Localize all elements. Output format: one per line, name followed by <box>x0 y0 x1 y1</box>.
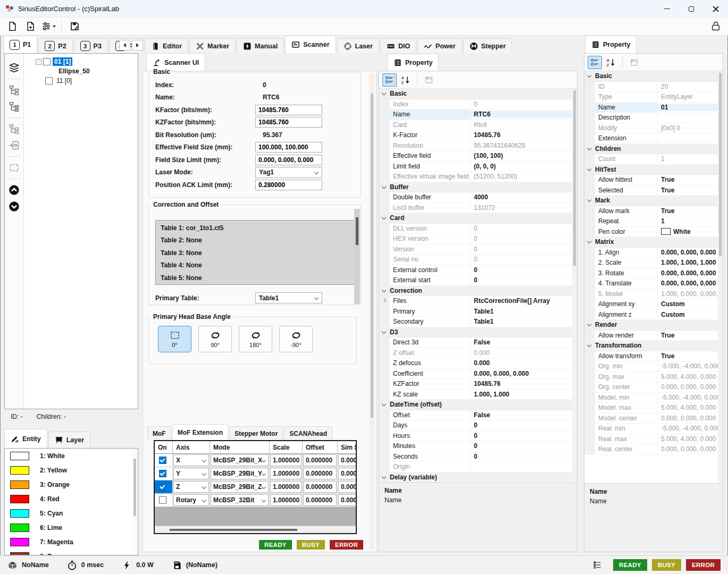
property-row[interactable]: Allow markTrue <box>584 206 723 217</box>
page-tab-p3[interactable]: 3P3 <box>74 38 108 53</box>
property-row[interactable]: Allow hittestTrue <box>584 175 723 185</box>
scrollbar-thumb[interactable] <box>719 73 722 256</box>
property-category[interactable]: Children <box>584 144 723 155</box>
scrollbar-thumb[interactable] <box>573 90 576 266</box>
property-category[interactable]: DateTime (offset) <box>379 400 577 410</box>
property-category[interactable]: D3 <box>379 327 577 338</box>
scrollbar-thumb[interactable] <box>170 529 297 531</box>
property-category[interactable]: Transformation <box>584 341 723 351</box>
mof-scale-input[interactable]: 1.000000 <box>270 454 302 466</box>
tree-view-icon[interactable] <box>9 85 20 96</box>
collapse-icon[interactable] <box>588 147 592 151</box>
collapse-icon[interactable] <box>588 240 592 244</box>
property-row[interactable]: Pen colorWhite <box>584 227 723 238</box>
tree-checkbox[interactable] <box>45 77 53 85</box>
tab-manual[interactable]: Manual <box>237 38 284 53</box>
property-row[interactable]: Model. max5.000, 4.000, 0.000 <box>584 403 723 413</box>
property-row[interactable]: Serial no0 <box>379 255 577 265</box>
tab-laser[interactable]: Laser <box>337 38 379 53</box>
property-row[interactable]: OffsetFalse <box>379 410 577 421</box>
property-row[interactable]: Model. min-5.000, -4.000, 0.000 <box>584 393 723 403</box>
property-row[interactable]: Alignment xyCustom <box>584 299 723 310</box>
primary-table-select[interactable]: Table1 <box>255 292 322 303</box>
tab-dio[interactable]: DIO <box>380 38 416 53</box>
mof-offset-input[interactable]: 0.000000 <box>303 481 337 493</box>
correction-table-item[interactable]: Table 5: None <box>156 272 356 284</box>
import-entity-icon[interactable] <box>9 140 20 151</box>
save-file-button[interactable] <box>66 19 82 34</box>
color-item[interactable]: 5: Cyan <box>5 506 138 520</box>
collapse-icon[interactable] <box>382 402 387 407</box>
tree-item[interactable]: 11 [0] <box>45 76 137 86</box>
property-row[interactable]: Real. center0.000, 0.000, 0.000 <box>584 444 723 455</box>
property-row[interactable]: Hours0 <box>379 431 577 442</box>
property-row[interactable]: Effective field(100, 100) <box>379 151 577 162</box>
collapse-icon[interactable] <box>382 185 387 189</box>
property-row[interactable]: Index0 <box>379 99 577 110</box>
laser-mode-select[interactable]: Yag1 <box>255 167 322 178</box>
property-row[interactable]: Z offset0.000 <box>379 348 577 359</box>
color-item[interactable]: 7: Magenta <box>5 535 138 549</box>
scrollbar-thumb[interactable] <box>356 217 358 245</box>
close-button[interactable] <box>704 0 728 18</box>
property-scrollbar[interactable] <box>718 72 723 482</box>
property-row[interactable]: Direct 3dFalse <box>379 337 577 348</box>
property-row[interactable]: List3 buffer131072 <box>379 203 577 214</box>
property-row[interactable]: Resolution95.367431640625 <box>379 141 577 151</box>
property-row[interactable]: NameRTC6 <box>379 109 577 120</box>
mof-axis-select[interactable]: Y <box>173 468 209 479</box>
move-down-icon[interactable] <box>9 201 20 212</box>
property-row[interactable]: Effective virtual image field(51200, 512… <box>379 172 577 182</box>
mof-axis-select[interactable]: Rotary <box>173 494 209 506</box>
correction-table-item[interactable]: Table 2: None <box>156 234 356 247</box>
mof-scale-input[interactable]: 1.000000 <box>270 494 302 506</box>
property-row[interactable]: Org. max5.000, 4.000, 0.000 <box>584 372 723 383</box>
sort-alphabetical-button[interactable]: AZ <box>398 73 413 87</box>
tree-expand-icon[interactable] <box>9 101 20 112</box>
property-row[interactable]: Z defocus0.000 <box>379 358 577 369</box>
page-tab-p2[interactable]: 2P2 <box>38 38 72 53</box>
collapse-icon[interactable] <box>588 343 592 348</box>
property-row[interactable]: FilesRtcCorrectionFile[] Array <box>379 296 577 307</box>
property-row[interactable]: Org. min-5.000, -4.000, 0.000 <box>584 361 723 372</box>
tab-property-right[interactable]: Property <box>585 36 637 53</box>
mof-mode-select[interactable]: McBSP_29Bit_Y <box>211 468 269 479</box>
property-row[interactable]: Origin <box>379 462 577 472</box>
property-category[interactable]: Delay (variable) <box>379 472 577 482</box>
tab-stepper-motor[interactable]: Stepper Motor <box>229 426 283 441</box>
color-list-scrollbar[interactable] <box>132 449 137 554</box>
tab-scanahead[interactable]: SCANAhead <box>284 426 332 441</box>
property-row[interactable]: Days0 <box>379 420 577 431</box>
tree-expander-icon[interactable]: - <box>36 59 41 65</box>
maximize-button[interactable] <box>679 0 704 18</box>
collapse-icon[interactable] <box>382 216 387 220</box>
mof-on-checkbox[interactable] <box>159 457 166 464</box>
collapse-icon[interactable] <box>588 74 592 78</box>
kfactor-bits-mm-input[interactable] <box>255 105 322 115</box>
head-angle-button-90[interactable]: -90° <box>279 326 313 352</box>
mof-mode-select[interactable]: McBSP_29Bit_X <box>211 454 269 466</box>
mof-scale-input[interactable]: 1.000000 <box>270 481 302 493</box>
scanner-scrollbar[interactable] <box>370 73 374 550</box>
log-list-icon[interactable] <box>593 561 601 569</box>
mof-on-cell[interactable] <box>155 480 173 494</box>
property-row[interactable]: HEX version0 <box>379 234 577 244</box>
mof-horizontal-scrollbar[interactable] <box>155 526 356 533</box>
collapse-icon[interactable] <box>588 323 592 327</box>
mof-on-checkbox[interactable] <box>159 496 166 504</box>
property-row[interactable]: Model. center0.000, 0.000, 0.000 <box>584 413 723 424</box>
tab-scroll-right-button[interactable] <box>132 40 143 50</box>
tree-collapse-icon[interactable] <box>9 123 20 134</box>
property-row[interactable]: Version0 <box>379 244 577 255</box>
property-row[interactable]: Modify[0x0] 0 <box>584 123 723 134</box>
mof-sim-input[interactable]: 0.000 <box>338 494 357 506</box>
mof-on-cell[interactable] <box>155 494 173 507</box>
scrollbar-thumb[interactable] <box>371 94 373 418</box>
mof-sim-input[interactable]: 0.000 <box>338 468 357 479</box>
property-row[interactable]: External control0 <box>379 265 577 276</box>
color-item[interactable]: 2: Yellow <box>5 463 138 477</box>
correction-table-list[interactable]: Table 1: cor_1to1.ct5Table 2: NoneTable … <box>155 220 356 285</box>
property-row[interactable]: Double buffer4000 <box>379 192 577 203</box>
property-row[interactable]: DLL version0 <box>379 224 577 234</box>
property-category[interactable]: HitTest <box>584 165 723 175</box>
